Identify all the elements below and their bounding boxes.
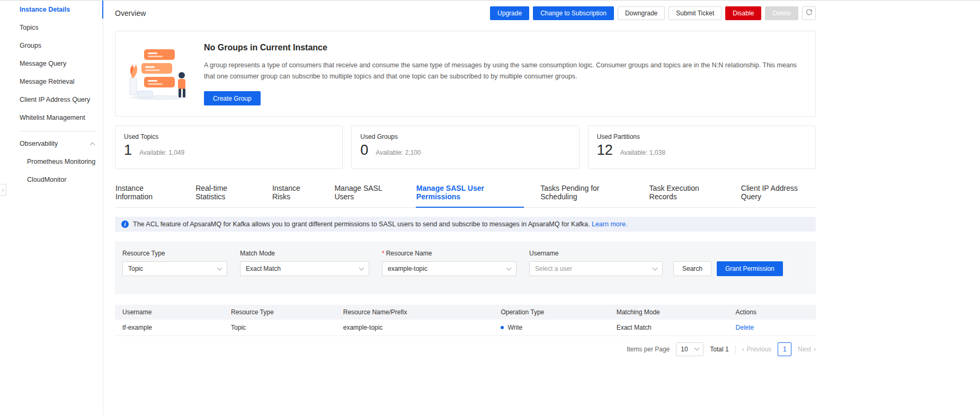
stat-available: Available: 2,100 xyxy=(376,149,421,156)
refresh-icon xyxy=(806,9,813,17)
username-placeholder: Select a user xyxy=(535,265,572,272)
sidebar-item-client-ip-address-query[interactable]: Client IP Address Query xyxy=(0,91,103,109)
column-header-username: Username xyxy=(115,305,224,320)
column-header-matching-mode: Matching Mode xyxy=(609,305,728,320)
items-per-page-label: Items per Page xyxy=(627,346,670,353)
app-window: Instance Details Topics Groups Message Q… xyxy=(0,1,980,415)
username-select[interactable]: Select a user xyxy=(529,261,663,276)
username-label: Username xyxy=(529,250,663,257)
search-button[interactable]: Search xyxy=(673,261,711,276)
cell-matching-mode: Exact Match xyxy=(609,320,728,335)
column-header-resource-type: Resource Type xyxy=(224,305,336,320)
main-area: Overview Upgrade Change to Subscription … xyxy=(103,1,980,415)
next-page-button[interactable]: Next › xyxy=(798,346,816,353)
sidebar-item-message-query[interactable]: Message Query xyxy=(0,55,103,73)
table-header-row: Username Resource Type Resource Name/Pre… xyxy=(115,305,816,320)
column-header-actions: Actions xyxy=(728,305,816,320)
chevron-down-icon xyxy=(359,265,364,270)
cell-resource-name: example-topic xyxy=(336,320,494,335)
sidebar-item-cloudmonitor[interactable]: CloudMonitor xyxy=(0,171,103,189)
downgrade-button[interactable]: Downgrade xyxy=(618,6,665,20)
no-groups-title: No Groups in Current Instance xyxy=(204,43,803,52)
grant-permission-button[interactable]: Grant Permission xyxy=(717,261,783,276)
tab-real-time-statistics[interactable]: Real-time Statistics xyxy=(195,179,256,207)
upgrade-button[interactable]: Upgrade xyxy=(490,6,529,20)
stat-available: Available: 1,038 xyxy=(620,149,665,156)
no-groups-description: A group represents a type of consumers t… xyxy=(204,60,803,82)
total-count: Total 1 xyxy=(710,346,728,353)
stat-value: 1 xyxy=(124,143,132,158)
previous-page-button[interactable]: ‹ Previous xyxy=(742,346,772,353)
stat-value: 0 xyxy=(360,143,368,158)
stat-label: Used Groups xyxy=(360,133,570,140)
pagination-divider xyxy=(735,345,736,354)
tab-client-ip-address-query[interactable]: Client IP Address Query xyxy=(741,179,816,207)
stat-card-used-topics: Used Topics 1 Available: 1,049 xyxy=(115,126,343,169)
tab-manage-sasl-user-permissions[interactable]: Manage SASL User Permissions xyxy=(416,179,524,207)
cell-operation-type: Write xyxy=(493,320,609,335)
current-page-button[interactable]: 1 xyxy=(778,342,791,356)
sidebar-item-groups[interactable]: Groups xyxy=(0,37,103,55)
chevron-left-icon: ‹ xyxy=(742,346,744,353)
resource-type-label: Resource Type xyxy=(122,250,227,257)
delete-permission-link[interactable]: Delete xyxy=(736,324,754,331)
tab-tasks-pending-for-scheduling[interactable]: Tasks Pending for Scheduling xyxy=(540,179,632,207)
sidebar-item-message-retrieval[interactable]: Message Retrieval xyxy=(0,73,103,91)
stat-card-used-groups: Used Groups 0 Available: 2,100 xyxy=(351,126,579,169)
page-title: Overview xyxy=(115,9,146,17)
sidebar-section-observability[interactable]: Observability xyxy=(0,135,103,153)
sidebar-item-label: Instance Details xyxy=(20,6,70,13)
match-mode-select[interactable]: Exact Match xyxy=(240,261,369,276)
required-mark: * xyxy=(382,250,385,257)
chevron-down-icon xyxy=(694,346,700,351)
stat-label: Used Topics xyxy=(124,133,334,140)
refresh-button[interactable] xyxy=(802,6,816,20)
resource-name-value: example-topic xyxy=(388,265,427,272)
tab-task-execution-records[interactable]: Task Execution Records xyxy=(649,179,725,207)
chevron-down-icon xyxy=(217,265,222,270)
groups-illustration xyxy=(123,41,194,105)
disable-button[interactable]: Disable xyxy=(725,6,761,20)
tab-instance-information[interactable]: Instance Information xyxy=(115,179,179,207)
resource-type-select[interactable]: Topic xyxy=(122,261,227,276)
sidebar-divider xyxy=(20,131,96,131)
submit-ticket-button[interactable]: Submit Ticket xyxy=(669,6,721,20)
cell-resource-type: Topic xyxy=(224,320,336,335)
sidebar-item-instance-details[interactable]: Instance Details xyxy=(0,1,103,19)
delete-button[interactable]: Delete xyxy=(765,6,798,20)
items-per-page-select[interactable]: 10 xyxy=(676,342,703,356)
sidebar-item-label: Whitelist Management xyxy=(20,114,85,121)
sidebar-item-label: Topics xyxy=(20,24,38,31)
header-actions: Upgrade Change to Subscription Downgrade… xyxy=(490,6,816,20)
panel-collapse-handle[interactable]: › xyxy=(0,184,6,196)
resource-name-select[interactable]: example-topic xyxy=(382,261,516,276)
resource-name-label: *Resource Name xyxy=(382,250,516,257)
change-to-subscription-button[interactable]: Change to Subscription xyxy=(533,6,614,20)
usage-stats: Used Topics 1 Available: 1,049 Used Grou… xyxy=(115,126,816,169)
resource-type-value: Topic xyxy=(128,265,143,272)
tab-instance-risks[interactable]: Instance Risks xyxy=(272,179,318,207)
pagination: Items per Page 10 Total 1 ‹ Previous 1 N… xyxy=(115,342,816,356)
sidebar-item-label: Message Query xyxy=(20,60,66,67)
sidebar-item-prometheus-monitoring[interactable]: Prometheus Monitoring xyxy=(0,153,103,171)
no-groups-card: No Groups in Current Instance A group re… xyxy=(115,31,816,117)
cell-actions: Delete xyxy=(728,320,816,335)
stat-card-used-partitions: Used Partitions 12 Available: 1,038 xyxy=(588,126,816,169)
info-icon: i xyxy=(121,220,129,228)
sidebar-section-label: Observability xyxy=(20,140,58,147)
learn-more-link[interactable]: Learn more. xyxy=(592,220,627,228)
sidebar-item-label: CloudMonitor xyxy=(27,176,66,183)
tab-bar: Instance Information Real-time Statistic… xyxy=(115,179,816,208)
sidebar-item-label: Client IP Address Query xyxy=(20,96,90,103)
chevron-down-icon xyxy=(506,265,512,270)
match-mode-value: Exact Match xyxy=(246,265,281,272)
create-group-button[interactable]: Create Group xyxy=(204,91,261,105)
chevron-down-icon xyxy=(653,265,658,270)
write-status-dot xyxy=(501,326,504,329)
table-row: tf-example Topic example-topic Write Exa… xyxy=(115,320,816,335)
tab-manage-sasl-users[interactable]: Manage SASL Users xyxy=(334,179,399,207)
sidebar-item-topics[interactable]: Topics xyxy=(0,19,103,37)
sidebar-item-whitelist-management[interactable]: Whitelist Management xyxy=(0,109,103,127)
sidebar-item-label: Groups xyxy=(20,42,41,49)
sidebar-item-label: Prometheus Monitoring xyxy=(27,158,95,165)
